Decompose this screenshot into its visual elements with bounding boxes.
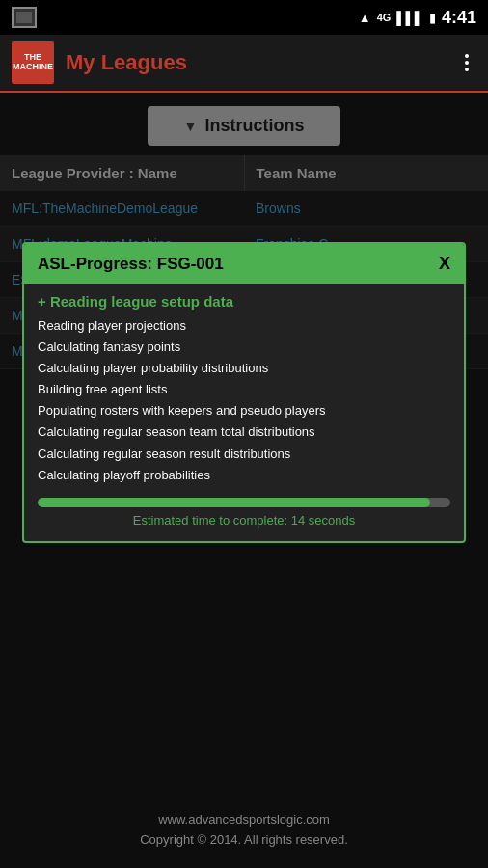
dot3 (465, 68, 469, 71)
dot2 (465, 61, 469, 65)
signal-icon: ▌▌▌ (396, 11, 423, 25)
photo-icon (12, 7, 37, 28)
progress-reading-label: Reading league setup data (38, 293, 450, 310)
footer-line2: Copyright © 2014. All rights reserved. (0, 830, 488, 851)
progress-item: Reading player projections (38, 315, 450, 337)
footer: www.advancedsportslogic.com Copyright © … (0, 810, 488, 851)
progress-dialog: ASL-Progress: FSG-001 X Reading league s… (22, 242, 466, 543)
logo-line2: MACHINE (13, 63, 53, 72)
app-bar: THE MACHINE My Leagues (0, 35, 488, 93)
progress-items-list: Reading player projectionsCalculating fa… (38, 315, 450, 486)
battery-icon: ▮ (429, 11, 436, 25)
overflow-menu-button[interactable] (457, 46, 476, 79)
app-logo: THE MACHINE (12, 41, 54, 84)
progress-item: Building free agent lists (38, 379, 450, 400)
dialog-overlay: ASL-Progress: FSG-001 X Reading league s… (0, 93, 488, 868)
status-time: 4:41 (442, 8, 476, 28)
app-title: My Leagues (66, 50, 457, 75)
status-bar-right: ▲ 4G ▌▌▌ ▮ 4:41 (359, 8, 476, 28)
dialog-close-button[interactable]: X (439, 254, 450, 274)
footer-line1: www.advancedsportslogic.com (0, 810, 488, 830)
progress-item: Calculating regular season result distri… (38, 444, 450, 465)
progress-bar-fill (38, 498, 430, 507)
status-bar: ▲ 4G ▌▌▌ ▮ 4:41 (0, 0, 488, 35)
progress-item: Calculating player probability distribut… (38, 358, 450, 379)
progress-item: Calculating regular season team total di… (38, 421, 450, 443)
status-bar-left (12, 7, 37, 28)
dot1 (465, 54, 469, 58)
dialog-header: ASL-Progress: FSG-001 X (24, 244, 464, 284)
dialog-body: Reading league setup data Reading player… (24, 284, 464, 541)
wifi-icon: ▲ (359, 11, 371, 25)
progress-item: Calculating fantasy points (38, 337, 450, 358)
progress-time-label: Estimated time to complete: 14 seconds (38, 513, 450, 528)
progress-bar-container (38, 498, 450, 507)
progress-item: Calculating playoff probabilities (38, 465, 450, 486)
network-badge: 4G (377, 12, 392, 23)
dialog-title: ASL-Progress: FSG-001 (38, 255, 224, 274)
progress-item: Populating rosters with keepers and pseu… (38, 400, 450, 421)
